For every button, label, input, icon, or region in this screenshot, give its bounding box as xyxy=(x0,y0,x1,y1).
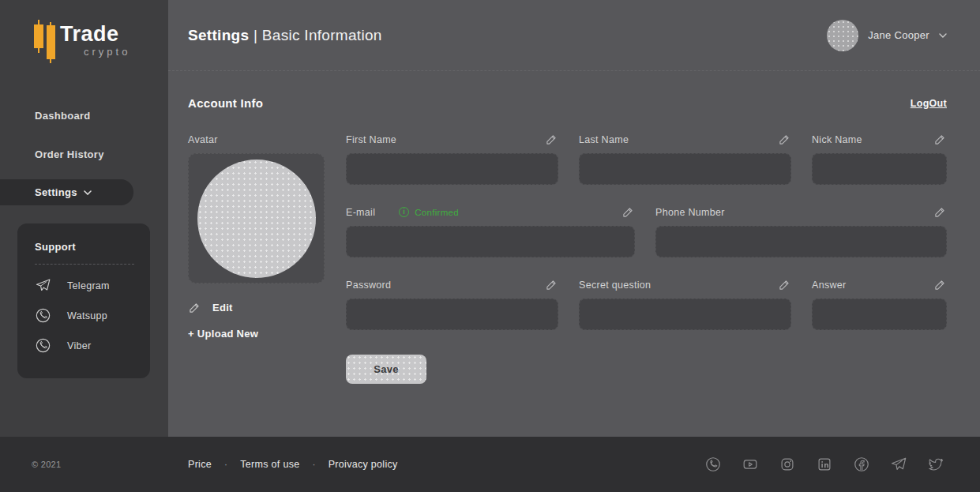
footer-link-privacy[interactable]: Proivacy policy xyxy=(329,459,398,470)
first-name-label: First Name xyxy=(346,134,396,145)
chevron-down-icon xyxy=(939,33,947,38)
support-item-label: Telegram xyxy=(67,280,110,291)
field-answer: Answer xyxy=(812,279,947,330)
sidebar: Trade crypto Dashboard Order History Set… xyxy=(0,0,168,437)
page-title-secondary: Basic Information xyxy=(262,27,382,43)
support-item-watsupp[interactable]: Watsupp xyxy=(35,307,134,324)
social-links xyxy=(704,456,980,473)
sidebar-item-order-history[interactable]: Order History xyxy=(35,148,104,160)
avatar-label: Avatar xyxy=(188,134,218,145)
footer-link-terms[interactable]: Terms of use xyxy=(240,459,299,470)
support-item-label: Viber xyxy=(67,340,91,351)
linkedin-icon[interactable] xyxy=(816,456,833,473)
instagram-icon[interactable] xyxy=(779,456,796,473)
email-label: E-mail xyxy=(346,207,375,218)
pencil-icon[interactable] xyxy=(933,278,947,291)
avatar-image xyxy=(197,160,316,278)
field-nick-name: Nick Name xyxy=(812,133,947,185)
logout-link[interactable]: LogOut xyxy=(911,98,947,109)
pencil-icon[interactable] xyxy=(778,278,791,291)
avatar-preview[interactable] xyxy=(188,153,325,284)
pencil-icon[interactable] xyxy=(933,133,947,146)
footer-link-price[interactable]: Price xyxy=(188,459,212,470)
page-title-primary: Settings xyxy=(188,27,249,43)
nick-name-label: Nick Name xyxy=(812,134,862,145)
pencil-icon[interactable] xyxy=(545,278,558,291)
form-row-1: First Name Last Name xyxy=(346,133,947,185)
password-input[interactable] xyxy=(346,299,558,330)
sidebar-item-settings[interactable]: Settings xyxy=(0,179,133,205)
pencil-icon[interactable] xyxy=(545,133,558,146)
answer-label: Answer xyxy=(812,280,846,291)
last-name-label: Last Name xyxy=(579,134,629,145)
app-window: Trade crypto Dashboard Order History Set… xyxy=(0,0,980,492)
save-button[interactable]: Save xyxy=(346,355,426,384)
pencil-icon[interactable] xyxy=(933,205,947,219)
dot-separator: · xyxy=(224,459,227,470)
field-last-name: Last Name xyxy=(579,133,791,185)
support-item-viber[interactable]: Viber xyxy=(35,337,134,354)
page-title: Settings | Basic Information xyxy=(188,27,382,44)
whatsapp-icon[interactable] xyxy=(704,456,722,473)
telegram-icon xyxy=(35,277,51,294)
twitter-icon[interactable] xyxy=(927,456,944,473)
brand-logo[interactable]: Trade crypto xyxy=(32,21,150,65)
form-row-3: Password Secret question xyxy=(346,279,947,330)
form-row-2: E-mail i Confirmed Phone Number xyxy=(346,206,947,257)
brand-title: Trade xyxy=(60,22,119,47)
candlestick-icon xyxy=(47,25,55,59)
first-name-input[interactable] xyxy=(346,153,558,185)
secret-question-input[interactable] xyxy=(579,299,791,330)
support-item-telegram[interactable]: Telegram xyxy=(35,277,134,294)
main-area: Settings | Basic Information Jane Cooper… xyxy=(168,0,980,437)
copyright: © 2021 xyxy=(0,460,168,469)
form-column: First Name Last Name xyxy=(346,133,947,384)
viber-icon xyxy=(35,337,51,354)
field-phone: Phone Number xyxy=(655,206,947,257)
phone-label: Phone Number xyxy=(655,207,725,218)
telegram-icon[interactable] xyxy=(890,456,907,473)
sidebar-item-label: Settings xyxy=(35,186,77,198)
avatar-edit-button[interactable]: Edit xyxy=(188,301,325,314)
last-name-input[interactable] xyxy=(579,153,791,185)
footer: © 2021 Price · Terms of use · Proivacy p… xyxy=(0,437,980,492)
field-password: Password xyxy=(346,279,558,330)
secret-question-label: Secret question xyxy=(579,280,651,291)
field-secret-question: Secret question xyxy=(579,279,791,330)
sidebar-item-dashboard[interactable]: Dashboard xyxy=(35,110,91,122)
divider xyxy=(35,264,134,265)
section-title: Account Info xyxy=(188,96,263,110)
support-title: Support xyxy=(35,241,134,253)
pencil-icon[interactable] xyxy=(621,205,635,219)
youtube-icon[interactable] xyxy=(742,456,759,473)
page-header: Settings | Basic Information Jane Cooper xyxy=(168,0,980,71)
avatar xyxy=(827,20,858,51)
user-name: Jane Cooper xyxy=(868,29,929,41)
password-label: Password xyxy=(346,280,391,291)
dot-separator: · xyxy=(312,459,315,470)
footer-links: Price · Terms of use · Proivacy policy xyxy=(188,459,398,470)
avatar-edit-label: Edit xyxy=(212,302,233,314)
field-first-name: First Name xyxy=(346,133,558,185)
facebook-icon[interactable] xyxy=(853,456,870,473)
candlestick-icon xyxy=(34,24,43,48)
avatar-upload-button[interactable]: + Upload New xyxy=(188,328,325,340)
phone-input[interactable] xyxy=(655,226,947,257)
field-email: E-mail i Confirmed xyxy=(346,206,635,257)
account-form: Avatar Edit + Upload New xyxy=(168,110,980,384)
email-confirmed-badge: i Confirmed xyxy=(399,207,459,217)
email-confirmed-text: Confirmed xyxy=(415,208,459,217)
brand-subtitle: crypto xyxy=(84,46,130,58)
pencil-icon xyxy=(188,301,201,314)
whatsapp-icon xyxy=(35,307,51,324)
avatar-column: Avatar Edit + Upload New xyxy=(188,133,325,384)
email-input[interactable] xyxy=(346,226,635,257)
answer-input[interactable] xyxy=(812,299,947,330)
support-card: Support Telegram Watsupp xyxy=(17,223,150,378)
pencil-icon[interactable] xyxy=(778,133,791,146)
chevron-down-icon xyxy=(84,190,92,195)
user-menu[interactable]: Jane Cooper xyxy=(827,20,947,51)
nick-name-input[interactable] xyxy=(812,153,947,185)
support-item-label: Watsupp xyxy=(67,310,107,321)
page-title-separator: | xyxy=(253,27,257,43)
